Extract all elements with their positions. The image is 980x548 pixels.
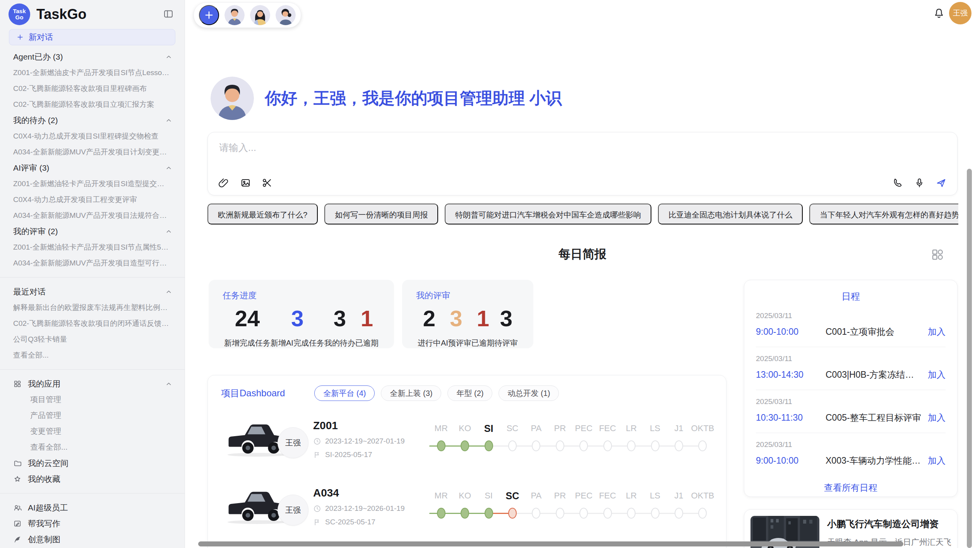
- project-row[interactable]: 王强 Z001 2023-12-19~2027-01-19 SI-2025-05…: [208, 410, 726, 468]
- agent-avatar-3[interactable]: [276, 5, 296, 25]
- filter-pill[interactable]: 动总开发 (1): [499, 385, 559, 401]
- milestone-node[interactable]: [437, 440, 445, 451]
- app-sub-item[interactable]: 变更管理: [0, 423, 185, 439]
- task-item[interactable]: C0X4-动力总成开发项目工程变更评审: [0, 192, 185, 207]
- sidebar-collapse-icon[interactable]: [163, 9, 174, 19]
- suggestion-chip[interactable]: 比亚迪全固态电池计划具体说了什么: [658, 204, 803, 224]
- suggestion-chip[interactable]: 欧洲新规最近颁布了什么?: [207, 204, 318, 224]
- composer-right-tools: [892, 177, 947, 188]
- recent-conversation-item[interactable]: 解释最新出台的欧盟报废车法规再生塑料比例被调至15%...: [0, 300, 185, 315]
- join-link[interactable]: 加入: [928, 369, 946, 381]
- send-icon[interactable]: [935, 177, 947, 188]
- milestone-node[interactable]: [675, 440, 683, 451]
- add-agent-button[interactable]: [199, 5, 219, 25]
- stat-column: 1 已逾期: [471, 304, 495, 348]
- task-item[interactable]: Z001-全新燃油皮卡产品开发项目SI节点Lesson Learn报告: [0, 65, 185, 80]
- chevron-up-icon[interactable]: [164, 53, 173, 61]
- section-header[interactable]: Agent已办 (3): [0, 49, 185, 65]
- user-avatar[interactable]: 王强: [949, 2, 971, 24]
- section-header[interactable]: 我的评审 (2): [0, 223, 185, 239]
- chevron-up-icon[interactable]: [164, 164, 173, 172]
- sidebar-item-cloud-space[interactable]: 我的云空间: [0, 455, 185, 471]
- milestone-node[interactable]: [437, 508, 445, 519]
- milestone-node[interactable]: [532, 440, 540, 451]
- milestone-node[interactable]: [627, 508, 636, 519]
- brief-layout-icon[interactable]: [930, 248, 944, 262]
- app-sub-item[interactable]: 产品管理: [0, 408, 185, 423]
- milestone-node[interactable]: [603, 508, 612, 519]
- milestone-node[interactable]: [556, 508, 564, 519]
- task-item[interactable]: A034-全新新能源MUV产品开发项目计划变更表编写: [0, 144, 185, 160]
- milestone-node[interactable]: [485, 440, 493, 451]
- milestone-node[interactable]: [651, 440, 660, 451]
- suggestion-chip[interactable]: 如何写一份清晰的项目周报: [324, 204, 438, 224]
- app-sub-item[interactable]: 项目管理: [0, 392, 185, 408]
- filter-pill[interactable]: 全新平台 (4): [314, 385, 375, 401]
- divider: [0, 493, 185, 493]
- recent-conversation-item[interactable]: C02-飞腾新能源轻客改款项目的闭环通话反馈情况: [0, 315, 185, 331]
- recent-header[interactable]: 最近对话: [0, 284, 185, 300]
- chevron-up-icon[interactable]: [164, 380, 173, 388]
- mic-icon[interactable]: [914, 177, 925, 188]
- join-link[interactable]: 加入: [928, 455, 946, 467]
- phone-icon[interactable]: [892, 177, 903, 188]
- milestone-node[interactable]: [651, 508, 660, 519]
- project-dates: 2023-12-19~2027-01-19: [313, 437, 429, 445]
- notification-bell-icon[interactable]: [933, 7, 945, 19]
- chevron-up-icon[interactable]: [164, 116, 173, 125]
- task-item[interactable]: A034-全新新能源MUV产品开发项目法规符合性评审: [0, 207, 185, 223]
- vertical-scrollbar[interactable]: [967, 169, 972, 548]
- milestone-node[interactable]: [532, 508, 540, 519]
- composer-input[interactable]: [218, 142, 864, 154]
- milestone-node[interactable]: [698, 508, 707, 519]
- sidebar-item-my-apps[interactable]: 我的应用: [0, 376, 185, 392]
- milestone-node[interactable]: [508, 440, 517, 451]
- milestone-node[interactable]: [461, 508, 469, 519]
- milestone-node[interactable]: [627, 440, 636, 451]
- recent-conversation-item[interactable]: 公司Q3轻卡销量: [0, 331, 185, 347]
- project-date-range: 2023-12-19~2026-01-19: [325, 504, 404, 513]
- sidebar-item-creative-draw[interactable]: 创意制图: [0, 531, 185, 547]
- join-link[interactable]: 加入: [928, 326, 946, 338]
- horizontal-scrollbar[interactable]: [198, 541, 903, 546]
- view-all-schedule-link[interactable]: 查看所有日程: [744, 482, 957, 494]
- image-icon[interactable]: [240, 177, 251, 188]
- sidebar-item-favorites[interactable]: 我的收藏: [0, 471, 185, 487]
- milestone-node[interactable]: [603, 440, 612, 451]
- section-header[interactable]: AI评审 (3): [0, 160, 185, 176]
- chevron-up-icon[interactable]: [164, 227, 173, 236]
- milestone-node[interactable]: [579, 440, 588, 451]
- filter-pill[interactable]: 年型 (2): [447, 385, 492, 401]
- recent-conversation-item[interactable]: 查看全部...: [0, 347, 185, 363]
- milestone-node[interactable]: [556, 440, 564, 451]
- milestone-node[interactable]: [508, 508, 517, 519]
- scissors-icon[interactable]: [262, 177, 273, 188]
- new-chat-button[interactable]: 新对话: [9, 29, 175, 45]
- task-section: 我的评审 (2) Z001-全新燃油轻卡产品开发项目SI节点属性5D文件评审 A…: [0, 223, 185, 271]
- milestone-node[interactable]: [698, 440, 707, 451]
- agent-avatar-2[interactable]: [250, 5, 270, 25]
- chevron-up-icon[interactable]: [164, 288, 173, 296]
- task-item[interactable]: Z001-全新燃油轻卡产品开发项目SI节点属性5D文件评审: [0, 239, 185, 255]
- suggestion-chip[interactable]: 特朗普可能对进口汽车增税会对中国车企造成哪些影响: [445, 204, 651, 224]
- join-link[interactable]: 加入: [928, 412, 946, 424]
- milestone-node[interactable]: [675, 508, 683, 519]
- task-item[interactable]: C02-飞腾新能源轻客改款项目里程碑画布: [0, 80, 185, 96]
- milestone-node[interactable]: [461, 440, 469, 451]
- task-item[interactable]: A034-全新新能源MUV产品开发项目造型可行性评审: [0, 255, 185, 271]
- section-header[interactable]: 我的待办 (2): [0, 112, 185, 128]
- task-item[interactable]: C02-飞腾新能源轻客改款项目立项汇报方案: [0, 96, 185, 112]
- app-sub-item[interactable]: 查看全部...: [0, 439, 185, 455]
- task-item[interactable]: Z001-全新燃油轻卡产品开发项目SI造型提交物评审: [0, 176, 185, 192]
- project-row[interactable]: 王强 A034 2023-12-19~2026-01-19 SC-2025-05…: [208, 478, 726, 536]
- task-item[interactable]: C0X4-动力总成开发项目SI里程碑提交物检查: [0, 128, 185, 144]
- milestone-label: PA: [524, 490, 548, 502]
- paperclip-icon[interactable]: [218, 177, 230, 188]
- agent-avatar-1[interactable]: [224, 5, 245, 25]
- sidebar-item-write-help[interactable]: 帮我写作: [0, 515, 185, 531]
- suggestion-chip[interactable]: 当下年轻人对汽车外观有怎样的喜好趋势: [809, 204, 958, 224]
- milestone-node[interactable]: [485, 508, 493, 519]
- milestone-node[interactable]: [579, 508, 588, 519]
- filter-pill[interactable]: 全新上装 (3): [381, 385, 441, 401]
- sidebar-item-ai-staff[interactable]: AI超级员工: [0, 500, 185, 515]
